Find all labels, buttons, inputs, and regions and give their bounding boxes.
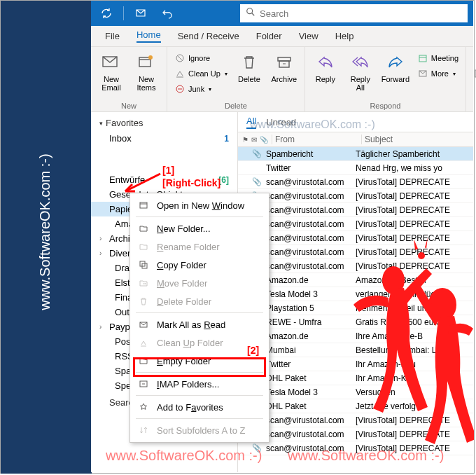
reply-icon bbox=[314, 51, 337, 74]
header-icon-cols: ⚑ ✉ 📎 bbox=[238, 136, 272, 144]
message-row[interactable]: 📎scan@virustotal.com[VirusTotal] DEPRECA… bbox=[238, 413, 473, 427]
tab-help[interactable]: Help bbox=[327, 26, 363, 46]
message-row[interactable]: TwitterIhr Amazon-Kau bbox=[238, 357, 473, 371]
more-button[interactable]: More▾ bbox=[414, 67, 461, 81]
message-list-body[interactable]: 📎SpamberichtTäglicher SpamberichtTwitter… bbox=[238, 147, 473, 472]
tab-file[interactable]: File bbox=[97, 26, 128, 46]
delete-button[interactable]: Delete bbox=[233, 50, 265, 83]
svg-point-0 bbox=[247, 8, 253, 14]
message-row[interactable]: Tesla Model 3Versuchen bbox=[238, 385, 473, 399]
ctx-imap-folders[interactable]: IMAP Folders... bbox=[130, 375, 269, 393]
message-row[interactable]: Tesla Model 3verlangen sie ihr glück bbox=[238, 287, 473, 301]
partial-button-2[interactable]: Cre bbox=[470, 67, 476, 81]
new-items-button[interactable]: New Items bbox=[130, 50, 162, 92]
chevron-down-icon: ▾ bbox=[99, 120, 103, 127]
message-row[interactable]: DHL PaketIhr Amazon-Kau bbox=[238, 371, 473, 385]
partial-button-1[interactable] bbox=[470, 51, 476, 65]
sync-button[interactable] bbox=[97, 4, 116, 23]
importance-column-icon[interactable]: ⚑ bbox=[242, 136, 248, 144]
message-row[interactable]: 📎scan@virustotal.com[VirusTotal] DEPRECA… bbox=[238, 189, 473, 203]
search-input[interactable] bbox=[260, 8, 462, 19]
message-row[interactable]: 📎scan@virustotal.com[VirusTotal] DEPRECA… bbox=[238, 427, 473, 441]
ctx-add-favorites[interactable]: Add to Favorites bbox=[130, 398, 269, 416]
junk-icon bbox=[174, 83, 186, 95]
junk-button[interactable]: Junk▾ bbox=[172, 82, 230, 96]
reply-button[interactable]: Reply bbox=[309, 50, 342, 83]
message-row[interactable]: 📎scan@virustotal.com[VirusTotal] DEPRECA… bbox=[238, 231, 473, 245]
tab-home[interactable]: Home bbox=[128, 26, 169, 46]
message-row[interactable]: Amazon.deIhre Amazon.de-B bbox=[238, 329, 473, 343]
message-subject: [VirusTotal] DEPRECATE bbox=[353, 205, 473, 215]
message-row[interactable]: 📎scan@virustotal.com[VirusTotal] DEPRECA… bbox=[238, 203, 473, 217]
message-subject: verlangen sie ihr glück bbox=[353, 289, 473, 299]
message-row[interactable]: MumbaiBestellung Mumbai: Lie bbox=[238, 343, 473, 357]
message-row[interactable]: Amazon.deAmazon.de-Bestell bbox=[238, 273, 473, 287]
column-from[interactable]: From bbox=[272, 135, 361, 144]
watermark-bottom-2: www.SoftwareOK.com :-) bbox=[288, 448, 444, 464]
ctx-copy-folder[interactable]: Copy Folder bbox=[130, 256, 269, 274]
message-row[interactable]: Playstation 5Nehmen Sie teil und Si bbox=[238, 301, 473, 315]
message-subject: [VirusTotal] DEPRECATE bbox=[353, 177, 473, 187]
svg-rect-6 bbox=[278, 57, 290, 61]
column-subject[interactable]: Subject bbox=[361, 135, 473, 144]
ctx-separator bbox=[136, 418, 263, 419]
message-row[interactable]: 📎scan@virustotal.com[VirusTotal] DEPRECA… bbox=[238, 217, 473, 231]
search-box[interactable] bbox=[240, 4, 468, 22]
new-email-button[interactable]: New Email bbox=[95, 50, 127, 92]
ctx-separator bbox=[136, 216, 263, 217]
tab-folder[interactable]: Folder bbox=[248, 26, 290, 46]
message-row[interactable]: 📎scan@virustotal.com[VirusTotal] DEPRECA… bbox=[238, 259, 473, 273]
svg-point-3 bbox=[148, 55, 153, 60]
message-row[interactable]: DHL PaketJetzt live verfolg bbox=[238, 399, 473, 413]
message-from: scan@virustotal.com bbox=[263, 415, 353, 425]
message-subject: [VirusTotal] DEPRECATE bbox=[353, 247, 473, 257]
ctx-separator bbox=[136, 372, 263, 373]
message-from: Playstation 5 bbox=[263, 303, 353, 313]
message-subject: [VirusTotal] DEPRECATE bbox=[353, 429, 473, 439]
message-subject: Ihr Amazon-Kau bbox=[353, 373, 473, 383]
ribbon: New Email New Items New Ignore Clean Up▾… bbox=[91, 47, 473, 112]
favorites-header[interactable]: ▾Favorites bbox=[91, 112, 237, 131]
undo-button[interactable] bbox=[158, 4, 177, 23]
send-all-button[interactable] bbox=[131, 4, 150, 23]
msg-tab-unread[interactable]: Unread bbox=[266, 117, 296, 128]
archive-button[interactable]: Archive bbox=[268, 50, 300, 83]
message-from: scan@virustotal.com bbox=[263, 233, 353, 243]
tab-view[interactable]: View bbox=[290, 26, 327, 46]
message-row[interactable]: 📎SpamberichtTäglicher Spambericht bbox=[238, 147, 473, 161]
attachment-column-icon[interactable]: 📎 bbox=[260, 136, 268, 144]
folder-inbox[interactable]: Inbox 1 bbox=[91, 131, 237, 146]
message-from: DHL Paket bbox=[263, 373, 353, 383]
annotation-right-click: [Right-Click] bbox=[162, 177, 220, 188]
reply-all-button[interactable]: Reply All bbox=[344, 50, 377, 92]
sort-icon bbox=[137, 424, 150, 436]
ctx-open-new-window[interactable]: Open in New Window bbox=[130, 196, 269, 214]
ctx-new-folder[interactable]: New Folder... bbox=[130, 219, 269, 238]
ctx-mark-all-read[interactable]: Mark All as Read bbox=[130, 315, 269, 333]
ignore-button[interactable]: Ignore bbox=[172, 51, 230, 65]
message-row[interactable]: TwitterNenad Hrg, we miss yo bbox=[238, 161, 473, 175]
message-row[interactable]: REWE - UmfraGratis REWE 500 euro G bbox=[238, 315, 473, 329]
cleanup-button[interactable]: Clean Up▾ bbox=[172, 67, 230, 81]
forward-button[interactable]: Forward bbox=[379, 50, 412, 83]
ignore-icon bbox=[174, 53, 186, 64]
screenshot-frame: www.SoftwareOK.com :-) File bbox=[0, 0, 475, 474]
tab-send-receive[interactable]: Send / Receive bbox=[169, 26, 248, 46]
cleanup-folder-icon bbox=[137, 336, 150, 349]
chevron-right-icon: › bbox=[99, 323, 102, 331]
msg-tab-all[interactable]: All bbox=[246, 116, 256, 129]
search-icon bbox=[246, 7, 255, 20]
message-subject: Ihr Amazon-Kau bbox=[353, 359, 473, 369]
reminder-column-icon[interactable]: ✉ bbox=[251, 136, 257, 144]
create-icon bbox=[473, 68, 476, 79]
ribbon-group-respond: Reply Reply All Forward Meeting More▾ bbox=[305, 47, 466, 111]
delete-icon bbox=[238, 51, 260, 74]
archive-icon bbox=[273, 51, 295, 74]
message-subject: [VirusTotal] DEPRECATE bbox=[353, 219, 473, 229]
new-items-icon bbox=[135, 51, 158, 74]
message-row[interactable]: 📎scan@virustotal.com[VirusTotal] DEPRECA… bbox=[238, 245, 473, 259]
message-filter-tabs: All Unread bbox=[238, 112, 473, 132]
meeting-button[interactable]: Meeting bbox=[414, 51, 461, 65]
cleanup-icon bbox=[174, 68, 186, 79]
message-row[interactable]: 📎scan@virustotal.com[VirusTotal] DEPRECA… bbox=[238, 175, 473, 189]
